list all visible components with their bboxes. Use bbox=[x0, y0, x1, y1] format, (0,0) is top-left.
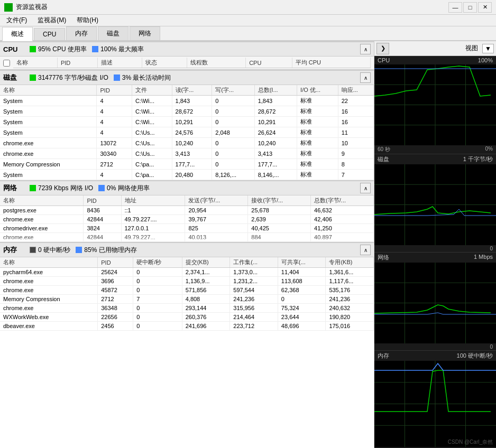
disk-col-response[interactable]: 响应... bbox=[338, 85, 373, 96]
cpu-col-name: 名称 bbox=[13, 58, 57, 68]
network-chart-title: 网络 bbox=[378, 254, 389, 262]
window-controls: — □ ✕ bbox=[448, 2, 492, 13]
net-col-addr[interactable]: 地址 bbox=[121, 195, 185, 206]
network-collapse-button[interactable]: ∧ bbox=[360, 183, 371, 193]
disk-chart-svg bbox=[374, 164, 496, 245]
minimize-button[interactable]: — bbox=[448, 2, 462, 13]
disk-col-file[interactable]: 文件 bbox=[132, 85, 172, 96]
cpu-stat2: 100% 最大频率 bbox=[92, 45, 144, 54]
disk-col-read[interactable]: 读(字... bbox=[172, 85, 212, 96]
cpu-chart-value: 100% bbox=[478, 57, 493, 63]
disk-stat2-icon bbox=[114, 74, 120, 81]
table-row[interactable]: pycharm64.exe2562402,374,1...1,373,0...1… bbox=[0, 268, 374, 277]
disk-col-write[interactable]: 写(字... bbox=[212, 85, 254, 96]
net-col-recv[interactable]: 接收(字节/... bbox=[248, 195, 311, 206]
table-row[interactable]: System4C:\Wi...10,291010,291标准16 bbox=[0, 117, 374, 127]
tab-memory[interactable]: 内存 bbox=[66, 26, 97, 40]
disk-collapse-button[interactable]: ∧ bbox=[360, 72, 371, 83]
cpu-select-all-checkbox[interactable] bbox=[3, 60, 10, 67]
disk-table-body: System4C:\Wi...1,84301,843标准22System4C:\… bbox=[0, 96, 374, 180]
net-col-pid[interactable]: PID bbox=[84, 195, 121, 206]
network-stat2-icon bbox=[98, 185, 105, 191]
network-stat1-icon bbox=[30, 185, 36, 191]
tab-bar: 概述 CPU 内存 磁盘 网络 bbox=[0, 26, 496, 41]
cpu-section-header[interactable]: CPU 95% CPU 使用率 100% 最大频率 ∧ bbox=[0, 41, 374, 57]
memory-section-header[interactable]: 内存 0 硬中断/秒 85% 已用物理内存 ∧ bbox=[0, 242, 374, 257]
network-chart-panel: 网络 1 Mbps bbox=[374, 253, 496, 351]
network-chart-value: 1 Mbps bbox=[474, 254, 493, 262]
table-row[interactable]: chrome.exe13072C:\Us...10,240010,240标准10 bbox=[0, 138, 374, 148]
net-col-total[interactable]: 总数(字节/... bbox=[311, 195, 374, 206]
table-row[interactable]: System4C:\Us...24,5762,04826,624标准11 bbox=[0, 127, 374, 138]
disk-section-header[interactable]: 磁盘 3147776 字节/秒磁盘 I/O 3% 最长活动时间 ∧ bbox=[0, 70, 374, 85]
menu-monitor[interactable]: 监视器(M) bbox=[33, 15, 70, 26]
mem-col-hard[interactable]: 硬中断/秒 bbox=[133, 257, 182, 268]
close-button[interactable]: ✕ bbox=[478, 2, 492, 13]
tab-cpu[interactable]: CPU bbox=[34, 28, 65, 40]
left-panel: CPU 95% CPU 使用率 100% 最大频率 ∧ 名称 PID 描述 状态 bbox=[0, 41, 374, 448]
table-row[interactable]: chrome.exe369601,136,9...1,231,2...113,6… bbox=[0, 277, 374, 286]
table-row[interactable]: System4C:\pa...20,4808,126,...8,146,...标… bbox=[0, 170, 374, 180]
net-col-name[interactable]: 名称 bbox=[0, 195, 84, 206]
network-table: 名称 PID 地址 发送(字节/... 接收(字节/... 总数(字节/... … bbox=[0, 195, 374, 242]
table-row[interactable]: Memory Compression271274,808241,2360241,… bbox=[0, 295, 374, 304]
menu-bar: 文件(F) 监视器(M) 帮助(H) bbox=[0, 15, 496, 26]
maximize-button[interactable]: □ bbox=[463, 2, 477, 13]
cpu-chart-header: CPU 100% bbox=[374, 56, 496, 64]
mem-col-shareable[interactable]: 可共享(... bbox=[278, 257, 326, 268]
memory-chart-svg bbox=[374, 361, 496, 447]
menu-help[interactable]: 帮助(H) bbox=[72, 15, 103, 26]
table-row[interactable]: postgres.exe8436::120,95425,67846,632 bbox=[0, 206, 374, 215]
table-row[interactable]: chromedriver.exe3824127.0.0.182540,42541… bbox=[0, 224, 374, 233]
menu-file[interactable]: 文件(F) bbox=[2, 15, 31, 26]
back-button[interactable]: ❯ bbox=[376, 43, 389, 54]
cpu-stat2-text: 100% 最大频率 bbox=[100, 45, 144, 54]
view-dropdown[interactable]: ▼ bbox=[482, 44, 494, 53]
memory-stat2-icon bbox=[76, 247, 82, 253]
disk-stat2-text: 3% 最长活动时间 bbox=[122, 73, 171, 82]
disk-col-pid[interactable]: PID bbox=[97, 85, 132, 96]
cpu-chart-min: 0% bbox=[485, 146, 493, 153]
mem-col-workset[interactable]: 工作集(... bbox=[230, 257, 278, 268]
tab-network[interactable]: 网络 bbox=[130, 26, 160, 40]
cpu-col-pid: PID bbox=[57, 58, 97, 68]
right-panel: ❯ 视图 ▼ CPU 100% bbox=[374, 41, 496, 448]
dropdown-icon: ▼ bbox=[485, 45, 491, 52]
mem-col-private[interactable]: 专用(KB) bbox=[326, 257, 374, 268]
network-section-header[interactable]: 网络 7239 Kbps 网络 I/O 0% 网络使用率 ∧ bbox=[0, 180, 374, 195]
memory-title: 内存 bbox=[3, 245, 24, 255]
disk-chart-area bbox=[374, 164, 496, 245]
mem-col-name[interactable]: 名称 bbox=[0, 257, 98, 268]
table-row[interactable]: System4C:\Wi...28,672028,672标准16 bbox=[0, 106, 374, 117]
table-row[interactable]: chrome.exe363480293,144315,95675,324240,… bbox=[0, 304, 374, 313]
table-row[interactable]: Memory Compression2712C:\pa...177,7...01… bbox=[0, 159, 374, 170]
table-row[interactable]: chrome.exe30340C:\Us...3,41303,413标准9 bbox=[0, 148, 374, 159]
cpu-collapse-button[interactable]: ∧ bbox=[360, 44, 371, 54]
network-chart-area bbox=[374, 263, 496, 343]
mem-col-commit[interactable]: 提交(KB) bbox=[182, 257, 230, 268]
cpu-col-cpu: CPU bbox=[246, 58, 292, 68]
disk-col-name[interactable]: 名称 bbox=[0, 85, 97, 96]
disk-stat2: 3% 最长活动时间 bbox=[114, 73, 171, 82]
cpu-title: CPU bbox=[3, 45, 24, 53]
net-col-send[interactable]: 发送(字节/... bbox=[185, 195, 248, 206]
cpu-table-header-row: 名称 PID 描述 状态 线程数 CPU 平均 CPU bbox=[0, 57, 374, 70]
mem-col-pid[interactable]: PID bbox=[98, 257, 133, 268]
disk-col-total[interactable]: 总数(I... bbox=[254, 85, 297, 96]
memory-chart-area bbox=[374, 361, 496, 447]
memory-collapse-button[interactable]: ∧ bbox=[360, 245, 371, 255]
disk-col-io[interactable]: I/O 优... bbox=[297, 85, 338, 96]
tab-overview[interactable]: 概述 bbox=[2, 27, 33, 41]
tab-disk[interactable]: 磁盘 bbox=[98, 26, 128, 40]
cpu-stat2-icon bbox=[92, 46, 98, 52]
memory-stat1-icon bbox=[30, 247, 36, 253]
table-row[interactable]: System4C:\Wi...1,84301,843标准22 bbox=[0, 96, 374, 106]
table-row[interactable]: chrome.exe4284449.79.227....39,7672,6394… bbox=[0, 215, 374, 224]
table-row[interactable]: chrome.exe4284449.79.227...40,01388440,8… bbox=[0, 233, 374, 242]
main-layout: CPU 95% CPU 使用率 100% 最大频率 ∧ 名称 PID 描述 状态 bbox=[0, 41, 496, 448]
table-row[interactable]: dbeaver.exe24560241,696223,71248,696175,… bbox=[0, 322, 374, 331]
title-bar: 资源监视器 — □ ✕ bbox=[0, 0, 496, 15]
table-row[interactable]: chrome.exe458720571,856597,54462,368535,… bbox=[0, 286, 374, 295]
disk-chart-value: 1 千字节/秒 bbox=[463, 155, 493, 163]
table-row[interactable]: WXWorkWeb.exe226560260,376214,46423,6441… bbox=[0, 313, 374, 322]
